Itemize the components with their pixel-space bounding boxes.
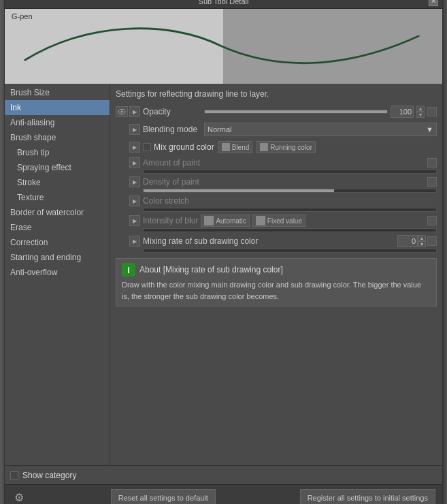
cs-slider-wrap [143,208,437,212]
cs-expand[interactable]: ▶ [129,195,140,206]
main-content: Brush Size Ink Anti-aliasing Brush shape… [5,84,442,465]
density-fill [144,189,334,192]
opacity-expand[interactable]: ▶ [129,106,140,117]
color-stretch-label: Color stretch [143,196,189,206]
info-icon: i [122,263,135,277]
opacity-down[interactable]: ▼ [416,112,425,118]
sidebar-item-texture[interactable]: Texture [5,190,110,205]
sidebar-item-border-watercolor[interactable]: Border of watercolor [5,205,110,220]
mix-expand[interactable]: ▶ [129,142,140,153]
cs-slider[interactable] [143,208,437,212]
main-window: Sub Tool Detail ✕ G-pen Brush Size Ink A… [4,0,443,504]
brush-preview-curve [5,9,442,84]
mix-ground-row: ▶ Mix ground color Blend Running color [116,140,437,155]
gear-icon[interactable]: ⚙ [12,490,27,505]
amount-label: Amount of paint [143,158,200,168]
running-color-label: Running color [270,144,312,151]
info-header: i About [Mixing rate of sub drawing colo… [122,263,431,277]
mixing-rate-label: Mixing rate of sub drawing color [143,236,397,246]
mixing-down[interactable]: ▼ [418,241,426,247]
opacity-extra-btn[interactable] [427,107,437,116]
mixing-up[interactable]: ▲ [418,235,426,241]
sidebar-item-brush-shape[interactable]: Brush shape [5,130,110,145]
blending-label: Blending mode [143,125,204,134]
density-label: Density of paint [143,177,199,187]
close-button[interactable]: ✕ [429,0,438,6]
color-stretch-row: ▶ Color stretch [116,195,437,212]
density-row: ▶ Density of paint [116,176,437,193]
opacity-value[interactable]: 100 [391,106,414,118]
density-expand[interactable]: ▶ [129,176,140,187]
info-title: About [Mixing rate of sub drawing color] [139,265,283,274]
sidebar-item-starting-ending[interactable]: Starting and ending [5,250,110,265]
blending-select[interactable]: Normal ▼ [204,123,437,136]
auto-icon [204,216,214,225]
info-body: Draw with the color mixing main drawing … [122,279,431,302]
mix-ground-label: Mix ground color [154,142,214,152]
amount-slider[interactable] [143,170,437,174]
opacity-row: ▶ Opacity 100 ▲ ▼ [116,104,437,119]
blend-label: Blend [232,144,250,151]
opacity-label: Opacity [143,107,204,116]
preview-area: G-pen [5,9,442,84]
sidebar-item-stroke[interactable]: Stroke [5,175,110,190]
opacity-slider-container: 100 ▲ ▼ [204,106,437,118]
register-button[interactable]: Register all settings to initial setting… [300,489,435,505]
mr-slider[interactable] [143,249,437,253]
sidebar: Brush Size Ink Anti-aliasing Brush shape… [5,84,110,465]
intensity-label: Intensity of blur [143,216,198,225]
opacity-eye-toggle[interactable] [116,106,128,117]
running-color-icon [260,143,268,151]
opacity-slider-track[interactable] [204,110,388,114]
mix-ground-checkbox[interactable] [143,143,151,151]
sidebar-item-brush-size[interactable]: Brush Size [5,85,110,100]
mix-ground-checkbox-label: Mix ground color [143,142,214,152]
info-box: i About [Mixing rate of sub drawing colo… [116,258,437,306]
sidebar-item-anti-aliasing[interactable]: Anti-aliasing [5,115,110,130]
mr-expand[interactable]: ▶ [129,236,140,247]
amount-header: ▶ Amount of paint [116,157,437,168]
mr-extra[interactable] [427,236,437,246]
opacity-up[interactable]: ▲ [416,106,425,112]
fixed-value-btn[interactable]: Fixed value [252,215,305,227]
running-color-button[interactable]: Running color [256,141,316,153]
show-category-checkbox[interactable] [10,471,18,479]
eye-icon [118,109,126,114]
automatic-btn[interactable]: Automatic [201,215,249,227]
bottom-bar: ⚙ Reset all settings to default Register… [5,484,442,504]
mixing-rate-value[interactable]: 0 [397,235,418,247]
fixed-value-label: Fixed value [267,217,302,225]
ib-extra[interactable] [427,216,437,225]
right-panel: Settings for reflecting drawing line to … [110,84,442,465]
color-stretch-header: ▶ Color stretch [116,195,437,206]
blend-icon [222,143,230,151]
density-header: ▶ Density of paint [116,176,437,187]
title-bar: Sub Tool Detail ✕ [5,0,442,9]
sidebar-item-erase[interactable]: Erase [5,220,110,235]
ib-slider-wrap [143,228,437,232]
blend-dropdown-icon: ▼ [426,125,433,133]
sidebar-item-brush-tip[interactable]: Brush tip [5,145,110,160]
opacity-slider-fill [205,110,387,113]
svg-point-1 [121,111,123,113]
amount-expand[interactable]: ▶ [129,157,140,168]
intensity-header: ▶ Intensity of blur Automatic Fixed valu… [116,215,437,227]
sidebar-item-ink[interactable]: Ink [5,100,110,115]
blending-value: Normal [208,125,231,133]
ib-slider[interactable] [143,228,437,232]
ib-expand[interactable]: ▶ [129,215,140,226]
sidebar-item-correction[interactable]: Correction [5,235,110,250]
mixing-spinner: ▲ ▼ [418,235,426,247]
intensity-controls: Intensity of blur Automatic Fixed value [143,215,427,227]
panel-description: Settings for reflecting drawing line to … [116,89,437,99]
sidebar-item-spraying-effect[interactable]: Spraying effect [5,160,110,175]
reset-button[interactable]: Reset all settings to default [111,489,216,505]
amount-extra[interactable] [427,158,437,168]
sidebar-item-anti-overflow[interactable]: Anti-overflow [5,265,110,280]
density-extra[interactable] [427,177,437,187]
blending-expand[interactable]: ▶ [129,124,140,135]
mixing-rate-row: ▶ Mixing rate of sub drawing color 0 ▲ ▼ [116,235,437,253]
automatic-label: Automatic [216,217,246,225]
blend-button[interactable]: Blend [218,141,253,153]
density-slider[interactable] [143,189,437,193]
